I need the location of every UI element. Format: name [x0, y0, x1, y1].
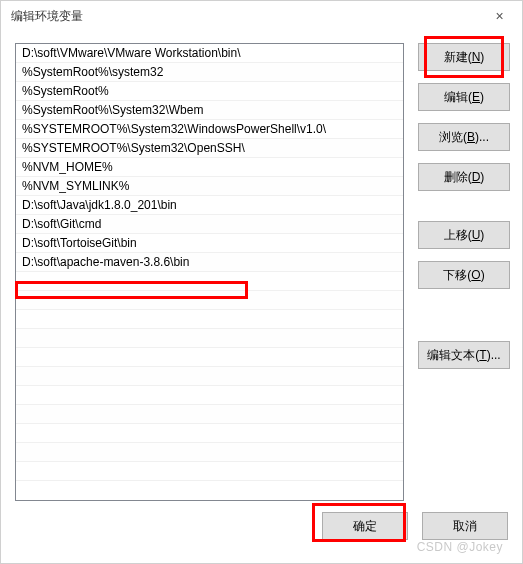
- edit-text-button[interactable]: 编辑文本(T)...: [418, 341, 510, 369]
- path-row[interactable]: D:\soft\VMware\VMware Workstation\bin\: [16, 44, 403, 63]
- path-row-empty[interactable]: [16, 386, 403, 405]
- path-row[interactable]: D:\soft\apache-maven-3.8.6\bin: [16, 253, 403, 272]
- move-down-button[interactable]: 下移(O): [418, 261, 510, 289]
- path-row[interactable]: D:\soft\Git\cmd: [16, 215, 403, 234]
- content-area: D:\soft\VMware\VMware Workstation\bin\%S…: [1, 31, 522, 501]
- path-row-empty[interactable]: [16, 310, 403, 329]
- edit-button[interactable]: 编辑(E): [418, 83, 510, 111]
- path-row[interactable]: D:\soft\Java\jdk1.8.0_201\bin: [16, 196, 403, 215]
- path-row-empty[interactable]: [16, 291, 403, 310]
- path-row[interactable]: %SYSTEMROOT%\System32\OpenSSH\: [16, 139, 403, 158]
- path-row[interactable]: %SystemRoot%\System32\Wbem: [16, 101, 403, 120]
- new-button[interactable]: 新建(N): [418, 43, 510, 71]
- path-row-empty[interactable]: [16, 272, 403, 291]
- path-row-empty[interactable]: [16, 424, 403, 443]
- path-row[interactable]: %SystemRoot%\system32: [16, 63, 403, 82]
- move-up-button[interactable]: 上移(U): [418, 221, 510, 249]
- path-row-empty[interactable]: [16, 329, 403, 348]
- path-row[interactable]: %NVM_HOME%: [16, 158, 403, 177]
- path-row[interactable]: D:\soft\TortoiseGit\bin: [16, 234, 403, 253]
- dialog-window: 编辑环境变量 × D:\soft\VMware\VMware Workstati…: [0, 0, 523, 564]
- footer: 确定 取消: [1, 501, 522, 563]
- path-list-container: D:\soft\VMware\VMware Workstation\bin\%S…: [15, 43, 404, 501]
- side-button-column: 新建(N) 编辑(E) 浏览(B)... 删除(D) 上移(U) 下移(O) 编…: [418, 43, 510, 501]
- path-row-empty[interactable]: [16, 348, 403, 367]
- browse-button[interactable]: 浏览(B)...: [418, 123, 510, 151]
- path-row-empty[interactable]: [16, 443, 403, 462]
- delete-button[interactable]: 删除(D): [418, 163, 510, 191]
- path-row[interactable]: %NVM_SYMLINK%: [16, 177, 403, 196]
- ok-button[interactable]: 确定: [322, 512, 408, 540]
- path-row-empty[interactable]: [16, 367, 403, 386]
- path-list[interactable]: D:\soft\VMware\VMware Workstation\bin\%S…: [16, 44, 403, 500]
- path-row[interactable]: %SYSTEMROOT%\System32\WindowsPowerShell\…: [16, 120, 403, 139]
- close-icon[interactable]: ×: [477, 1, 522, 31]
- titlebar: 编辑环境变量 ×: [1, 1, 522, 31]
- path-row-empty[interactable]: [16, 462, 403, 481]
- cancel-button[interactable]: 取消: [422, 512, 508, 540]
- window-title: 编辑环境变量: [11, 8, 83, 25]
- path-row-empty[interactable]: [16, 405, 403, 424]
- path-row[interactable]: %SystemRoot%: [16, 82, 403, 101]
